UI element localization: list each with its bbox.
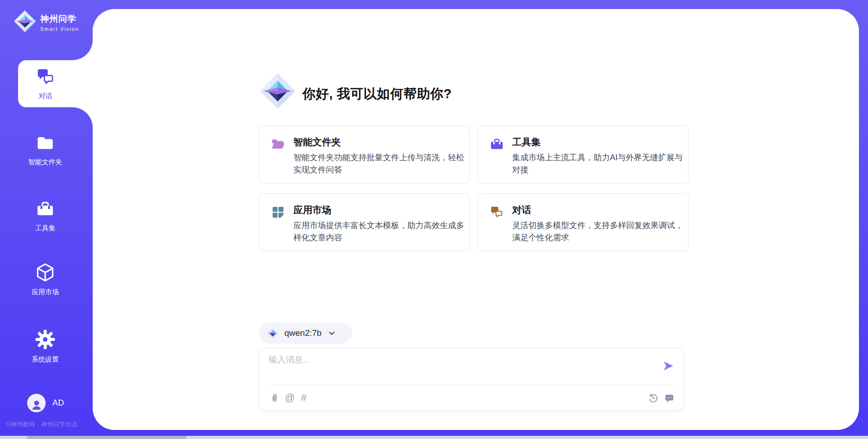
card-smart-folder[interactable]: 智能文件夹 智能文件夹功能支持批量文件上传与清洗，轻松实现文件问答 — [259, 125, 470, 183]
sidebar-item-settings[interactable]: 系统设置 — [0, 329, 93, 364]
cube-icon — [35, 262, 55, 284]
card-description: 灵活切换多模型文件，支持多样回复效果调试，满足个性化需求 — [512, 220, 683, 244]
sidebar-item-label: 系统设置 — [32, 355, 59, 364]
feature-cards: 智能文件夹 智能文件夹功能支持批量文件上传与清洗，轻松实现文件问答 工具集 集成… — [259, 125, 689, 251]
sidebar-item-app-market[interactable]: 应用市场 — [0, 262, 93, 296]
toolbox-icon — [36, 200, 55, 220]
sidebar-item-smart-folder[interactable]: 智能文件夹 — [0, 134, 93, 167]
card-description: 集成市场上主流工具，助力AI与外界无缝扩展与对接 — [512, 152, 683, 176]
sidebar: 神州问学 Smart Vision 对话 智能文件夹 工具集 — [0, 0, 93, 439]
history-icon — [648, 393, 658, 403]
at-icon: @ — [285, 391, 295, 404]
brand-name: 神州问学 — [40, 13, 79, 25]
sidebar-item-label: 对话 — [39, 92, 52, 100]
brand-subtitle: Smart Vision — [40, 26, 79, 32]
model-selector[interactable]: qwen2:7b — [259, 323, 352, 344]
app-root: 神州问学 Smart Vision 对话 智能文件夹 工具集 — [0, 0, 868, 439]
sidebar-item-toolset[interactable]: 工具集 — [0, 200, 93, 233]
user-label: AD — [52, 398, 64, 408]
folder-icon — [36, 134, 55, 154]
send-button[interactable] — [662, 360, 675, 372]
sidebar-item-label: 应用市场 — [32, 288, 59, 296]
tab-fillet-bottom — [72, 107, 93, 128]
card-description: 应用市场提供丰富长文本模板，助力高效生成多样化文章内容 — [293, 220, 464, 244]
card-description: 智能文件夹功能支持批量文件上传与清洗，轻松实现文件问答 — [293, 152, 464, 176]
sidebar-item-chat[interactable]: 对话 — [18, 60, 93, 107]
card-toolset[interactable]: 工具集 集成市场上主流工具，助力AI与外界无缝扩展与对接 — [478, 125, 689, 183]
chat-icon — [490, 205, 504, 221]
greeting-logo-icon — [259, 72, 296, 111]
history-button[interactable] — [648, 391, 658, 404]
model-name: qwen2:7b — [284, 328, 321, 338]
card-title: 对话 — [512, 204, 531, 216]
card-title: 应用市场 — [293, 204, 331, 216]
conversation-button[interactable] — [664, 391, 675, 404]
gear-icon — [35, 329, 56, 352]
attach-file-button[interactable] — [269, 391, 280, 404]
card-app-market[interactable]: 应用市场 应用市场提供丰富长文本模板，助力高效生成多样化文章内容 — [259, 193, 470, 251]
mention-button[interactable]: @ — [285, 391, 295, 404]
composer-divider — [267, 384, 676, 385]
avatar — [27, 394, 46, 412]
scrollbar-thumb[interactable] — [27, 436, 186, 439]
brand: 神州问学 Smart Vision — [14, 10, 79, 34]
chat-filled-icon — [664, 393, 675, 403]
chevron-down-icon — [328, 329, 335, 337]
card-title: 工具集 — [512, 136, 541, 148]
main-panel: 你好, 我可以如何帮助你? 智能文件夹 智能文件夹功能支持批量文件上传与清洗，轻… — [93, 9, 859, 430]
message-input[interactable] — [269, 354, 648, 381]
hash-icon: # — [301, 391, 307, 404]
card-chat[interactable]: 对话 灵活切换多模型文件，支持多样回复效果调试，满足个性化需求 — [478, 193, 689, 251]
user-profile[interactable]: AD — [27, 394, 64, 412]
sidebar-item-label: 智能文件夹 — [28, 158, 62, 167]
brand-logo-icon — [14, 10, 36, 34]
topic-button[interactable]: # — [301, 391, 307, 404]
greeting-title: 你好, 我可以如何帮助你? — [302, 85, 452, 103]
toolbox-icon — [490, 137, 504, 153]
chat-icon — [36, 67, 56, 89]
card-title: 智能文件夹 — [293, 136, 341, 148]
apps-grid-icon — [271, 205, 285, 221]
composer: @ # — [259, 348, 684, 411]
horizontal-scrollbar[interactable] — [0, 436, 868, 439]
sidebar-item-label: 工具集 — [35, 224, 56, 233]
folder-open-icon — [271, 137, 285, 153]
model-logo-icon — [267, 327, 278, 339]
paperclip-icon — [269, 393, 280, 403]
tab-fillet-top — [72, 40, 93, 60]
copyright-footer: ©神州数码 · 神州问学出品 — [6, 420, 78, 429]
